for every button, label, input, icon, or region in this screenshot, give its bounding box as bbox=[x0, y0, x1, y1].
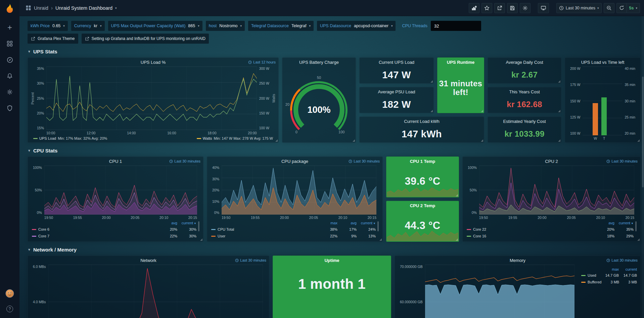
legend-header[interactable]: current▼ bbox=[177, 221, 196, 225]
panel-title[interactable]: Average Daily Cost bbox=[506, 60, 543, 65]
legend-header[interactable]: avg bbox=[337, 221, 357, 225]
legend-header[interactable]: max bbox=[318, 221, 337, 225]
panel-title[interactable]: CPU 1 Temp bbox=[410, 159, 435, 164]
legend-scrollbar[interactable] bbox=[198, 221, 199, 231]
page-scrollbar[interactable] bbox=[642, 77, 644, 187]
variable-host[interactable]: host Nostromo ▾ bbox=[206, 21, 245, 31]
legend-header[interactable]: avg bbox=[158, 221, 177, 225]
variable-telegraf-datasource[interactable]: Telegraf Datasource Telegraf ▾ bbox=[248, 21, 314, 31]
chart-plot[interactable] bbox=[222, 166, 376, 215]
star-button[interactable] bbox=[481, 3, 492, 13]
zoom-out-button[interactable] bbox=[604, 3, 614, 13]
row-header-network-memory[interactable]: ▼ Network / Memory bbox=[28, 247, 77, 253]
panel-title[interactable]: Memory bbox=[510, 258, 525, 263]
dashboards-icon[interactable] bbox=[5, 39, 14, 48]
panel-title[interactable]: Current Load kWh bbox=[404, 119, 440, 124]
panel-average-psu-load: Average PSU Load 182 W bbox=[359, 87, 434, 113]
help-icon[interactable]: ? bbox=[5, 305, 14, 313]
legend-series-ups-load[interactable]: UPS Load Min: 17% Max: 32% Avg: 20% bbox=[33, 136, 107, 140]
panel-title[interactable]: UPS Runtime bbox=[447, 60, 474, 65]
refresh-interval-button[interactable]: 5s ▾ bbox=[627, 3, 640, 13]
panel-title[interactable]: Network bbox=[140, 258, 156, 263]
legend-row: User 22% 9% 13% bbox=[211, 233, 376, 239]
row-header-cpu-stats[interactable]: ▼ CPU Stats bbox=[28, 148, 57, 153]
chart-plot[interactable] bbox=[48, 265, 263, 318]
chevron-down-icon[interactable]: ▾ bbox=[115, 6, 117, 10]
admin-shield-icon[interactable] bbox=[5, 104, 14, 112]
variable-currency[interactable]: Currency kr ▾ bbox=[71, 21, 105, 31]
legend-header[interactable]: max bbox=[601, 267, 619, 271]
explore-compass-icon[interactable] bbox=[5, 55, 14, 64]
legend-header[interactable]: current▼ bbox=[614, 221, 634, 225]
legend-series[interactable]: Core 16 bbox=[467, 234, 595, 238]
legend-series[interactable]: CPU Total bbox=[211, 227, 318, 231]
user-avatar[interactable] bbox=[5, 289, 14, 298]
legend-series[interactable]: User bbox=[211, 234, 318, 238]
series-marker bbox=[33, 138, 38, 139]
panel-title[interactable]: CPU 1 bbox=[109, 159, 122, 164]
row-header-ups-stats[interactable]: ▼ UPS Stats bbox=[28, 49, 57, 54]
add-panel-button[interactable] bbox=[469, 3, 479, 13]
panel-title[interactable]: CPU 2 Temp bbox=[410, 203, 435, 208]
legend-series-watts[interactable]: Watts Min: 147 W Max: 278 W Avg: 175 W bbox=[197, 136, 273, 140]
configuration-gear-icon[interactable] bbox=[5, 88, 14, 96]
axis-tick: 20:00 bbox=[102, 216, 110, 220]
axis-tick: 20:15 bbox=[368, 216, 376, 220]
save-button[interactable] bbox=[507, 3, 518, 13]
link-ups-monitoring-guide[interactable]: Setting up Grafana and InfluxDB for UPS … bbox=[82, 34, 209, 44]
variable-ups-datasource[interactable]: UPS Datasource apcupsd-container ▾ bbox=[317, 21, 396, 31]
chart-plot[interactable] bbox=[44, 166, 197, 215]
legend-series[interactable]: Core 7 bbox=[32, 234, 158, 238]
alerting-bell-icon[interactable] bbox=[5, 72, 14, 80]
breadcrumb-dashboard[interactable]: Unraid System Dashboard bbox=[55, 5, 112, 11]
panel-title[interactable]: UPS Load vs Time left bbox=[581, 60, 625, 65]
legend-header[interactable]: avg bbox=[595, 221, 614, 225]
chart-plot[interactable] bbox=[425, 265, 574, 318]
panel-title[interactable]: UPS Battery Charge bbox=[299, 60, 339, 65]
axis-tick: 175 W bbox=[570, 83, 580, 87]
dashboard-settings-button[interactable] bbox=[520, 3, 531, 13]
variable-label: UPS Datasource bbox=[320, 24, 351, 28]
breadcrumb-folder[interactable]: Unraid bbox=[34, 5, 48, 11]
legend-scrollbar[interactable] bbox=[635, 221, 637, 231]
variable-value[interactable]: Telegraf bbox=[291, 24, 306, 28]
variable-value[interactable]: kr bbox=[94, 24, 97, 28]
time-picker-button[interactable]: Last 30 minutes ▾ bbox=[556, 3, 602, 13]
legend-header[interactable]: current bbox=[619, 267, 637, 271]
share-button[interactable] bbox=[494, 3, 505, 13]
panel-title[interactable]: Current UPS Load bbox=[379, 60, 414, 65]
axis-tick: 50% bbox=[35, 188, 42, 192]
y-axis-left: 100%50%0% bbox=[32, 166, 43, 215]
cpu-threads-input[interactable] bbox=[431, 21, 481, 31]
variable-value[interactable]: Nostromo bbox=[219, 24, 237, 28]
legend-scrollbar[interactable] bbox=[377, 221, 379, 231]
refresh-button[interactable] bbox=[616, 3, 627, 13]
panel-title[interactable]: This Years Cost bbox=[509, 89, 540, 94]
legend-series[interactable]: Used bbox=[581, 273, 601, 277]
variable-value[interactable]: 0.65 bbox=[52, 24, 60, 28]
create-plus-icon[interactable]: + bbox=[5, 23, 14, 32]
cycle-view-button[interactable] bbox=[538, 3, 549, 13]
panel-title[interactable]: CPU package bbox=[281, 159, 308, 164]
panel-title[interactable]: CPU 2 bbox=[545, 159, 558, 164]
chart-plot[interactable] bbox=[479, 166, 634, 215]
legend-series[interactable]: Core 6 bbox=[32, 227, 158, 231]
legend-value: 38% bbox=[318, 227, 337, 231]
variable-ups-max-watt[interactable]: UPS Max Output Power Capacity (Watt) 865… bbox=[108, 21, 202, 31]
panel-title[interactable]: Uptime bbox=[324, 258, 339, 263]
legend-header[interactable]: current▼ bbox=[357, 221, 376, 225]
panel-title[interactable]: Estimated Yearly Cost bbox=[503, 119, 546, 124]
legend-series[interactable]: Buffered bbox=[581, 280, 601, 284]
legend-series[interactable]: Core 22 bbox=[467, 227, 595, 231]
axis-tick: 30 min bbox=[625, 99, 635, 103]
variable-kwh-price[interactable]: kWh Price 0.65 ▾ bbox=[28, 21, 68, 31]
variable-cpu-threads: CPU Threads bbox=[399, 21, 427, 31]
variable-value[interactable]: 865 bbox=[188, 24, 195, 28]
legend-row: Buffered 3 MB 3 MB bbox=[581, 280, 637, 284]
panel-title[interactable]: Average PSU Load bbox=[378, 89, 415, 94]
chart-plot[interactable] bbox=[46, 66, 257, 130]
grafana-logo[interactable] bbox=[4, 3, 15, 14]
panel-title[interactable]: UPS Load % bbox=[141, 60, 166, 65]
link-grafana-plex-theme[interactable]: Grafana Plex Theme bbox=[28, 34, 78, 44]
variable-value[interactable]: apcupsd-container bbox=[354, 24, 388, 28]
